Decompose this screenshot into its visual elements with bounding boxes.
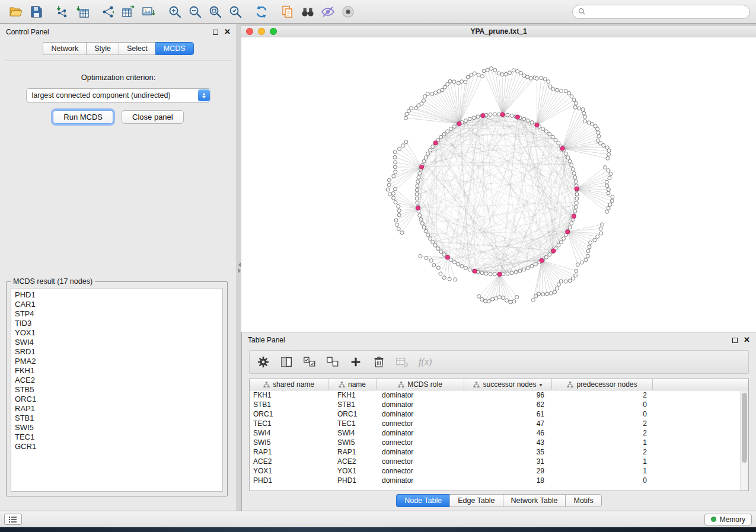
- float-table-panel-icon[interactable]: [732, 338, 738, 343]
- attribute-icon: [567, 382, 573, 388]
- network-canvas[interactable]: [241, 37, 756, 332]
- tab-motifs[interactable]: Motifs: [565, 494, 601, 507]
- table-row[interactable]: YOX1 YOX1 connector 29 1: [250, 466, 748, 476]
- mcds-result-item[interactable]: SWI4: [11, 338, 222, 347]
- mcds-result-item[interactable]: CAR1: [11, 300, 222, 309]
- mcds-result-item[interactable]: GCR1: [11, 442, 222, 451]
- table-row[interactable]: SWI4 SWI4 dominator 46 2: [250, 428, 748, 438]
- main-toolbar: [0, 0, 756, 24]
- run-mcds-button[interactable]: Run MCDS: [53, 110, 113, 124]
- table-row[interactable]: FKH1 FKH1 dominator 96 2: [250, 390, 748, 400]
- criterion-select[interactable]: largest connected component (undirected): [26, 88, 211, 102]
- tab-network[interactable]: Network: [43, 42, 86, 55]
- mcds-result-item[interactable]: STP4: [11, 309, 222, 319]
- cell-predecessor-nodes: 2: [552, 429, 653, 437]
- open-file-icon[interactable]: [6, 3, 26, 21]
- analyzer-icon[interactable]: [318, 3, 338, 21]
- mcds-result-item[interactable]: TID3: [11, 319, 222, 328]
- status-bar: Memory: [0, 511, 756, 527]
- search-input[interactable]: [589, 8, 744, 16]
- table-header-row: shared name name MCDS role successor nod…: [250, 379, 748, 390]
- table-scrollbar-thumb[interactable]: [742, 393, 747, 463]
- cell-name: SWI5: [328, 438, 377, 447]
- tab-edge-table[interactable]: Edge Table: [449, 494, 502, 507]
- close-panel-button[interactable]: Close panel: [122, 110, 184, 124]
- memory-button[interactable]: Memory: [704, 514, 752, 525]
- toolbar-separator: [92, 4, 98, 20]
- table-row[interactable]: STB1 STB1 dominator 62 0: [250, 400, 748, 409]
- gear-icon[interactable]: [257, 355, 270, 368]
- table-row[interactable]: RAP1 RAP1 dominator 35 2: [250, 447, 748, 457]
- mcds-result-item[interactable]: ACE2: [11, 376, 222, 385]
- copy-document-icon[interactable]: [277, 3, 298, 21]
- panel-splitter[interactable]: [237, 24, 241, 511]
- zoom-in-icon[interactable]: [165, 3, 185, 21]
- cell-predecessor-nodes: 2: [552, 419, 653, 428]
- column-header-shared-name[interactable]: shared name: [250, 379, 328, 390]
- delete-icon[interactable]: [372, 355, 385, 368]
- mcds-result-item[interactable]: SWI5: [11, 423, 222, 432]
- float-panel-icon[interactable]: [213, 30, 218, 35]
- tab-select[interactable]: Select: [119, 42, 155, 55]
- control-panel-title: Control Panel: [6, 28, 49, 36]
- toolbar-separator: [245, 4, 251, 20]
- table-row[interactable]: ORC1 ORC1 dominator 61 0: [250, 409, 748, 419]
- close-panel-icon[interactable]: ✕: [224, 29, 231, 35]
- export-table-icon[interactable]: [119, 3, 139, 21]
- export-image-icon[interactable]: [139, 3, 159, 21]
- tab-network-table[interactable]: Network Table: [503, 494, 566, 507]
- zoom-fit-icon[interactable]: [205, 3, 225, 21]
- mcds-result-item[interactable]: FKH1: [11, 366, 222, 376]
- add-icon[interactable]: [349, 355, 362, 368]
- save-icon[interactable]: [26, 3, 46, 21]
- tab-style[interactable]: Style: [86, 42, 119, 55]
- column-header-name[interactable]: name: [328, 379, 377, 390]
- close-table-panel-icon[interactable]: ✕: [744, 337, 750, 343]
- eye-icon[interactable]: [338, 3, 358, 21]
- function-icon: f(x): [419, 357, 432, 367]
- table-scrollbar[interactable]: [740, 391, 748, 491]
- cell-shared-name: YOX1: [250, 467, 328, 475]
- export-network-icon[interactable]: [98, 3, 119, 21]
- column-header-predecessor-nodes[interactable]: predecessor nodes: [552, 379, 653, 390]
- table-row[interactable]: SWI5 SWI5 connector 43 1: [250, 438, 748, 447]
- column-header-successor-nodes[interactable]: successor nodes ▾: [464, 379, 552, 390]
- cell-predecessor-nodes: 0: [552, 410, 653, 418]
- cell-name: STB1: [328, 400, 377, 409]
- cell-name: PHD1: [328, 476, 377, 485]
- mcds-result-item[interactable]: PMA2: [11, 357, 222, 366]
- zoom-out-icon[interactable]: [185, 3, 205, 21]
- zoom-selected-icon[interactable]: [225, 3, 245, 21]
- mcds-result-item[interactable]: YOX1: [11, 328, 222, 338]
- mcds-result-item[interactable]: RAP1: [11, 404, 222, 414]
- unselect-all-icon[interactable]: [326, 355, 339, 368]
- table-toolbar: f(x): [249, 350, 749, 374]
- mcds-result-item[interactable]: STB1: [11, 414, 222, 423]
- column-header-mcds-role[interactable]: MCDS role: [377, 379, 464, 390]
- criterion-select-value: largest connected component (undirected): [32, 91, 171, 100]
- mcds-result-item[interactable]: ORC1: [11, 395, 222, 404]
- mcds-result-item[interactable]: SRD1: [11, 347, 222, 357]
- table-row[interactable]: TEC1 TEC1 connector 47 2: [250, 419, 748, 428]
- tab-mcds[interactable]: MCDS: [155, 42, 194, 55]
- memory-label: Memory: [720, 515, 745, 524]
- cell-shared-name: ACE2: [250, 457, 328, 466]
- columns-icon[interactable]: [280, 355, 293, 368]
- import-network-icon[interactable]: [52, 3, 72, 21]
- table-row[interactable]: PHD1 PHD1 dominator 18 0: [250, 476, 748, 485]
- task-history-button[interactable]: [4, 514, 22, 525]
- mcds-result-item[interactable]: PHD1: [11, 290, 222, 300]
- cell-mcds-role: connector: [377, 419, 464, 428]
- binoculars-icon[interactable]: [298, 3, 318, 21]
- cell-successor-nodes: 18: [464, 476, 552, 485]
- cell-shared-name: ORC1: [250, 410, 328, 418]
- table-row[interactable]: ACE2 ACE2 connector 31 1: [250, 457, 748, 466]
- mcds-result-item[interactable]: TEC1: [11, 432, 222, 442]
- splitter-arrows-icon[interactable]: [237, 261, 241, 274]
- cell-successor-nodes: 62: [464, 400, 552, 409]
- select-all-icon[interactable]: [303, 355, 316, 368]
- tab-node-table[interactable]: Node Table: [396, 494, 449, 507]
- mcds-result-item[interactable]: STB5: [11, 385, 222, 395]
- import-table-icon[interactable]: [72, 3, 92, 21]
- refresh-icon[interactable]: [251, 3, 272, 21]
